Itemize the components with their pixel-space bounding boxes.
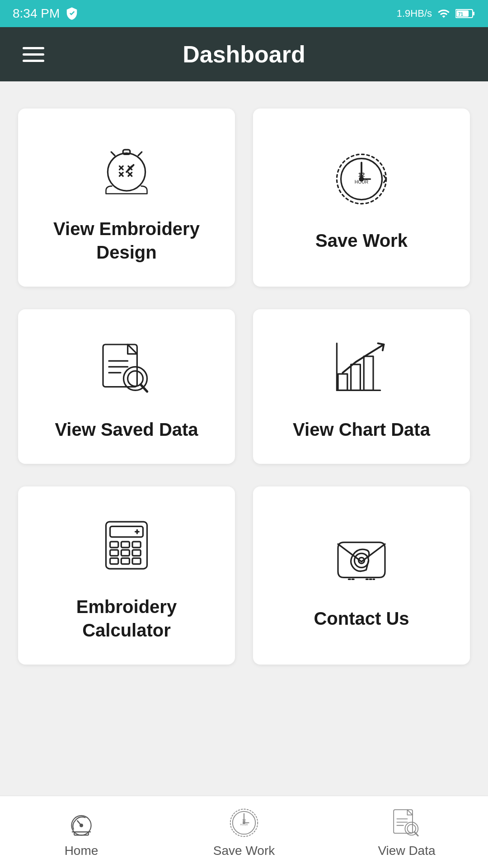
battery-icon: 71 (455, 8, 475, 19)
home-nav-icon (65, 807, 98, 839)
svg-point-50 (354, 553, 368, 567)
menu-button[interactable] (23, 47, 44, 62)
svg-rect-46 (132, 550, 141, 556)
chart-icon (330, 336, 393, 400)
card-row-1: View EmbroideryDesign 12 HOUR (18, 108, 470, 287)
svg-rect-32 (338, 374, 347, 390)
svg-line-8 (138, 152, 142, 156)
embroidery-icon (95, 136, 158, 199)
clock-12-nav-icon: 12 HOUR (228, 807, 260, 839)
view-embroidery-design-card[interactable]: View EmbroideryDesign (18, 108, 235, 287)
svg-rect-45 (121, 550, 129, 556)
status-left: 8:34 PM (13, 6, 79, 21)
svg-rect-42 (121, 542, 129, 547)
view-saved-data-label: View Saved Data (55, 418, 198, 441)
nav-save-work[interactable]: 12 HOUR Save Work (163, 799, 325, 865)
svg-rect-48 (121, 558, 129, 564)
svg-line-7 (111, 152, 115, 156)
svg-rect-41 (110, 542, 118, 547)
contact-us-card[interactable]: Contact Us (253, 486, 470, 665)
svg-rect-43 (132, 542, 141, 547)
card-row-3: EmbroideryCalculator Cont (18, 486, 470, 665)
embroidery-calculator-card[interactable]: EmbroideryCalculator (18, 486, 235, 665)
page-title: Dashboard (62, 41, 426, 68)
svg-text:HOUR: HOUR (240, 823, 248, 826)
view-embroidery-design-label: View EmbroideryDesign (53, 217, 200, 264)
card-row-2: View Saved Data View Char (18, 309, 470, 464)
save-work-label: Save Work (315, 229, 408, 252)
svg-point-56 (80, 824, 83, 826)
svg-rect-1 (473, 12, 474, 15)
save-work-card[interactable]: 12 HOUR Save Work (253, 108, 470, 287)
calculator-icon (95, 514, 158, 577)
view-chart-data-card[interactable]: View Chart Data (253, 309, 470, 464)
nav-save-work-label: Save Work (213, 844, 275, 858)
svg-text:12: 12 (242, 818, 246, 822)
search-doc-icon (95, 336, 158, 400)
status-right: 1.9HB/s 71 (397, 7, 475, 20)
contact-us-label: Contact Us (314, 607, 409, 630)
embroidery-calculator-label: EmbroideryCalculator (76, 595, 177, 642)
view-saved-data-card[interactable]: View Saved Data (18, 309, 235, 464)
svg-text:HOUR: HOUR (355, 179, 369, 184)
nav-view-data[interactable]: View Data (325, 799, 488, 865)
bottom-navigation: Home 12 HOUR Save Work View Data (0, 796, 488, 868)
clock-12-icon: 12 HOUR (330, 147, 393, 211)
app-header: Dashboard (0, 27, 488, 81)
svg-rect-44 (110, 550, 118, 556)
time-display: 8:34 PM (13, 6, 60, 21)
view-chart-data-label: View Chart Data (293, 418, 430, 441)
search-doc-nav-icon (390, 807, 423, 839)
nav-view-data-label: View Data (378, 844, 435, 858)
main-content: View EmbroideryDesign 12 HOUR (0, 81, 488, 796)
status-bar: 8:34 PM 1.9HB/s 71 (0, 0, 488, 27)
svg-rect-34 (364, 356, 373, 390)
nav-home[interactable]: Home (0, 799, 163, 865)
svg-text:12: 12 (358, 171, 365, 178)
svg-rect-25 (103, 344, 137, 387)
svg-text:71: 71 (458, 12, 464, 17)
bolt-shield-icon (65, 7, 79, 20)
svg-rect-66 (394, 810, 413, 833)
svg-rect-49 (132, 558, 141, 564)
wifi-icon (437, 7, 450, 20)
svg-rect-33 (351, 364, 361, 390)
nav-home-label: Home (65, 844, 99, 858)
svg-rect-47 (110, 558, 118, 564)
network-speed: 1.9HB/s (397, 8, 432, 19)
email-icon (330, 525, 393, 589)
